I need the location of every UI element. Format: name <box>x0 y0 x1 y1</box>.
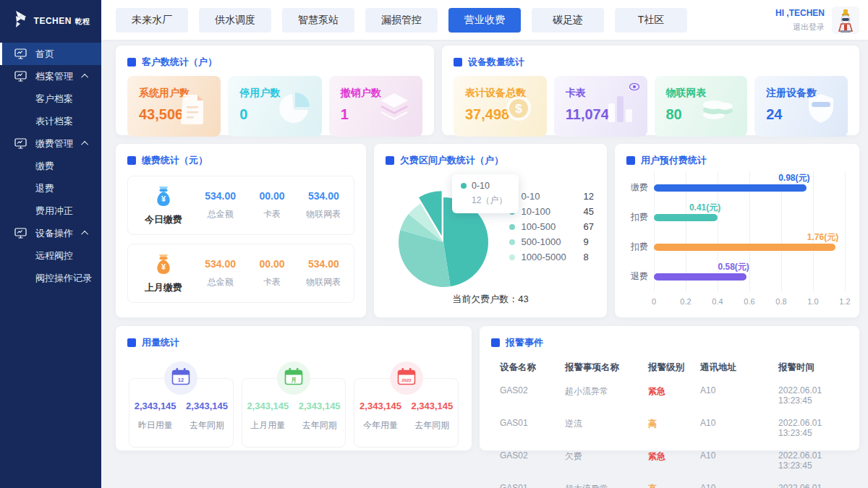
chevron-up-icon[interactable] <box>81 141 88 148</box>
alarm-address: A10 <box>700 411 778 444</box>
legend-value: 67 <box>584 221 594 232</box>
payment-stat-label: 物联网表 <box>298 208 349 221</box>
payment-panel-name: 上月缴费 <box>132 281 195 294</box>
eye-icon[interactable] <box>629 81 640 94</box>
legend-item-500-1000[interactable]: 500-10009 <box>509 234 594 249</box>
title-square-icon <box>127 338 136 347</box>
payment-panel-head: ¥今日缴费 <box>132 185 195 226</box>
legend-item-10-100[interactable]: 10-10045 <box>509 204 594 219</box>
sidebar-item-payment[interactable]: 缴费 <box>0 155 101 177</box>
stat-tile-card-meter[interactable]: 卡表11,074 <box>554 76 647 137</box>
bar-退费[interactable] <box>654 273 746 281</box>
svg-text:月: 月 <box>290 377 297 383</box>
tooltip-dot-icon <box>461 183 467 189</box>
svg-text:¥: ¥ <box>161 262 166 270</box>
alarm-event: 欠费 <box>565 444 648 476</box>
bar-缴费[interactable] <box>654 184 807 192</box>
stat-tile-system-users[interactable]: 系统用户数43,506 <box>127 76 221 137</box>
bar-扣费[interactable] <box>654 244 835 251</box>
usage-stat-value: 2,343,145 <box>407 401 458 411</box>
x-tick-label: 0 <box>652 297 656 306</box>
logo-icon <box>12 10 29 30</box>
gridline <box>845 171 846 291</box>
bar-row-缴费: 缴费0.98(元) <box>625 174 845 202</box>
payment-stat: 00.00卡表 <box>246 190 297 221</box>
sidebar-item-valve-records[interactable]: 阀控操作记录 <box>0 267 101 289</box>
chevron-up-icon[interactable] <box>81 231 88 238</box>
payment-panel-last-month: ¥上月缴费534.00总金额00.00卡表534.00物联网表 <box>127 244 354 303</box>
chevron-up-icon[interactable] <box>81 74 88 81</box>
layers-icon <box>378 92 411 124</box>
sidebar-item-device-ops[interactable]: 设备操作 <box>0 222 101 244</box>
tab-t-community[interactable]: T社区 <box>615 8 687 33</box>
stat-tile-cancelled-users[interactable]: 撤销户数1 <box>329 76 422 137</box>
tab-smart-pump[interactable]: 智慧泵站 <box>282 8 354 33</box>
tab-revenue[interactable]: 营业收费 <box>448 8 521 33</box>
alarm-col-header: 报警事项名称 <box>565 356 648 379</box>
bar-扣费[interactable] <box>654 214 718 221</box>
x-tick-label: 1.2 <box>839 297 850 306</box>
usage-stat: 2,343,145上月用量 <box>242 401 294 432</box>
usage-stat-value: 2,343,145 <box>181 401 232 411</box>
stat-tile-iot-meter[interactable]: 物联网表80 <box>655 76 748 137</box>
usage-stat-label: 去年同期 <box>407 419 458 432</box>
legend-value: 45 <box>584 206 594 217</box>
sidebar-item-fee-correction[interactable]: 费用冲正 <box>0 200 101 222</box>
bar-value-label: 0.58(元) <box>718 261 749 273</box>
payment-stat-label: 总金额 <box>195 208 246 221</box>
sidebar-item-meter-archive[interactable]: 表计档案 <box>0 110 101 132</box>
bar-category-label: 扣费 <box>625 241 648 253</box>
customer-stats-tiles: 系统用户数43,506停用户数0撤销户数1 <box>127 76 422 137</box>
monitor-chart-icon <box>14 228 27 239</box>
alarm-level: 紧急 <box>648 379 700 411</box>
sidebar-item-archive-mgmt[interactable]: 档案管理 <box>0 65 101 87</box>
sidebar-item-refund[interactable]: 退费 <box>0 177 101 200</box>
legend-item-0-10[interactable]: 0-1012 <box>509 189 594 204</box>
stat-tile-disabled-users[interactable]: 停用户数0 <box>228 76 321 137</box>
prepay-bar-chart[interactable]: 缴费0.98(元)扣费0.41(元)扣费1.76(元)退费0.58(元) 00.… <box>625 171 845 291</box>
bar-value-label: 0.41(元) <box>689 202 720 214</box>
sidebar-item-payment-mgmt[interactable]: 缴费管理 <box>0 132 101 155</box>
tab-future-plant[interactable]: 未来水厂 <box>116 8 188 33</box>
sidebar-item-label: 阀控操作记录 <box>35 272 92 285</box>
sidebar-item-label: 首页 <box>35 48 54 61</box>
sidebar-item-home[interactable]: 首页 <box>0 43 101 65</box>
bar-track: 0.98(元) <box>654 174 845 202</box>
sidebar-item-label: 表计档案 <box>35 115 73 128</box>
payment-panels: ¥今日缴费534.00总金额00.00卡表534.00物联网表¥上月缴费534.… <box>127 176 354 303</box>
payment-stats-card: 缴费统计（元） ¥今日缴费534.00总金额00.00卡表534.00物联网表¥… <box>116 144 366 317</box>
document-icon <box>177 92 209 129</box>
stat-tile-meter-total[interactable]: 表计设备总数37,498$ <box>454 76 547 137</box>
legend-item-100-500[interactable]: 100-50067 <box>509 219 594 234</box>
stat-tile-registered-devices[interactable]: 注册设备数24 <box>754 76 848 137</box>
usage-stat: 2,343,145昨日用量 <box>129 401 181 432</box>
x-tick-label: 1.0 <box>807 297 818 306</box>
alarm-device: GAS01 <box>500 411 565 444</box>
title-square-icon <box>454 58 462 67</box>
alarm-level: 高 <box>648 411 700 444</box>
alarm-address: A10 <box>700 379 778 411</box>
logout-button[interactable]: 退出登录 <box>775 22 825 33</box>
sidebar-item-customer-archive[interactable]: 客户档案 <box>0 87 101 110</box>
sidebar-item-label: 远程阀控 <box>35 249 73 262</box>
alarm-level: 紧急 <box>648 444 700 476</box>
avatar[interactable] <box>832 7 859 34</box>
bar-rows: 缴费0.98(元)扣费0.41(元)扣费1.76(元)退费0.58(元) <box>625 173 845 291</box>
logo[interactable]: TECHEN 乾程 <box>0 0 101 40</box>
legend-item-1000-5000[interactable]: 1000-50008 <box>509 249 594 265</box>
tab-water-dispatch[interactable]: 供水调度 <box>199 8 271 33</box>
pie-slice-10-100[interactable] <box>399 230 451 287</box>
usage-panel-this-year: 20222,343,145今年用量2,343,145去年同期 <box>354 378 459 448</box>
legend-value: 12 <box>584 191 594 202</box>
bars-icon <box>604 92 636 128</box>
x-tick-label: 0.2 <box>680 297 691 306</box>
payment-stats-title: 缴费统计（元） <box>127 154 354 167</box>
usage-stat-label: 上月用量 <box>242 419 294 432</box>
payment-stat-value: 534.00 <box>298 190 349 202</box>
tab-leak-control[interactable]: 漏损管控 <box>365 8 438 33</box>
sidebar-item-remote-valve[interactable]: 远程阀控 <box>0 244 101 267</box>
alarm-event: 超大流异常 <box>565 476 648 488</box>
tab-carbon[interactable]: 碳足迹 <box>532 8 604 33</box>
arrears-pie-card: 欠费区间户数统计（户） 0-101210-10045100-50067500-1… <box>374 144 607 317</box>
customer-stats-title: 客户数统计（户） <box>127 56 422 69</box>
